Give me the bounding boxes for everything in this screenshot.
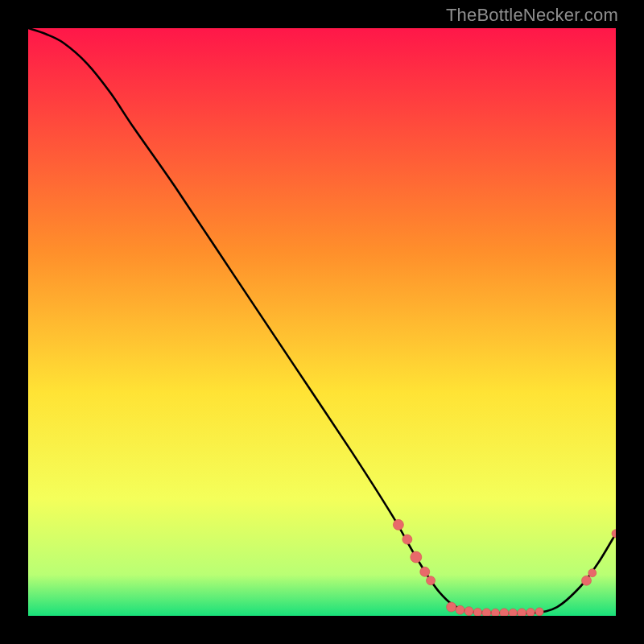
data-marker: [411, 551, 422, 563]
data-marker: [393, 519, 403, 530]
data-marker: [482, 609, 491, 616]
data-marker: [509, 609, 517, 616]
gradient-background: [28, 28, 616, 616]
data-marker: [518, 609, 526, 616]
chart-frame: TheBottleNecker.com: [0, 0, 644, 644]
data-marker: [464, 607, 473, 616]
data-marker: [588, 569, 597, 577]
data-marker: [535, 608, 543, 616]
data-marker: [491, 609, 499, 616]
data-marker: [447, 602, 456, 612]
chart-svg: [28, 28, 616, 616]
data-marker: [500, 609, 509, 616]
plot-area: [28, 28, 616, 616]
data-marker: [420, 567, 430, 576]
data-marker: [526, 608, 535, 616]
data-marker: [456, 605, 464, 614]
data-marker: [473, 608, 481, 616]
data-marker: [402, 535, 412, 544]
data-marker: [427, 576, 436, 585]
watermark-text: TheBottleNecker.com: [446, 5, 618, 26]
data-marker: [582, 576, 592, 585]
